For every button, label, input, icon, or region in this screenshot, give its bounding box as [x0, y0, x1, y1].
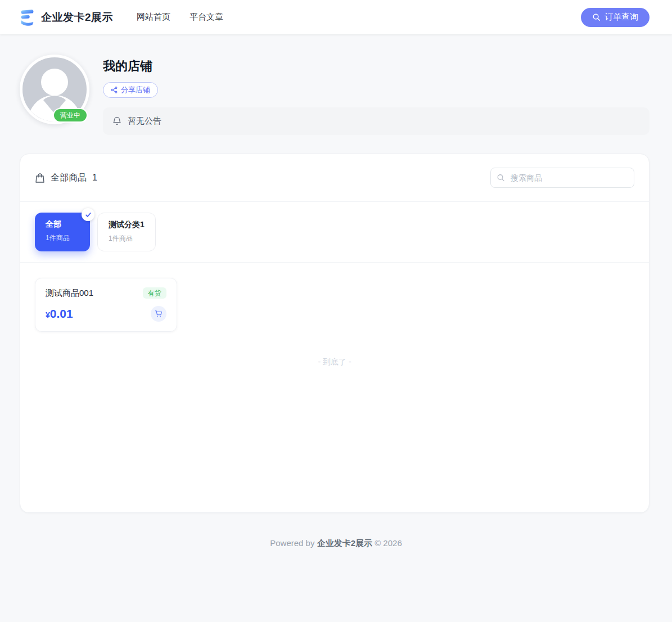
brand[interactable]: 企业发卡2展示 — [20, 8, 113, 26]
products-panel: 全部商品 1 全部 1件商品 测试分类1 1件商品 — [20, 154, 650, 513]
price-amount: 0.01 — [50, 307, 73, 320]
search-icon — [592, 13, 601, 21]
category-tab-all[interactable]: 全部 1件商品 — [35, 213, 90, 251]
search-icon — [497, 174, 505, 182]
nav-link-home[interactable]: 网站首页 — [137, 12, 170, 22]
category-name: 测试分类1 — [109, 220, 145, 230]
category-tab-test1[interactable]: 测试分类1 1件商品 — [97, 213, 156, 251]
brand-name: 企业发卡2展示 — [41, 10, 113, 25]
list-end-text: - 到底了 - — [35, 332, 634, 486]
footer-brand: 企业发卡2展示 — [317, 538, 372, 548]
shopping-bag-icon — [35, 173, 45, 183]
copyright-text: © 2026 — [372, 538, 402, 548]
currency-symbol: ¥ — [46, 310, 50, 319]
panel-title: 全部商品 — [51, 172, 87, 184]
products-panel-head: 全部商品 1 — [20, 154, 649, 201]
cart-icon — [155, 310, 163, 318]
panel-title-group: 全部商品 1 — [35, 172, 97, 184]
category-tabs: 全部 1件商品 测试分类1 1件商品 — [20, 202, 649, 262]
category-count: 1件商品 — [109, 234, 145, 244]
order-query-label: 订单查询 — [605, 12, 638, 22]
category-count: 1件商品 — [46, 233, 79, 243]
add-to-cart-button[interactable] — [151, 306, 166, 322]
shop-status-badge: 营业中 — [53, 108, 88, 123]
panel-count: 1 — [92, 173, 97, 183]
order-query-button[interactable]: 订单查询 — [581, 8, 650, 27]
check-icon — [82, 208, 94, 221]
shop-info: 我的店铺 分享店铺 暂无公告 — [103, 55, 650, 135]
category-name: 全部 — [46, 219, 79, 229]
shop-avatar-wrap: 营业中 — [20, 55, 89, 124]
search-box — [490, 168, 634, 188]
shop-title: 我的店铺 — [103, 58, 650, 75]
bell-icon — [112, 116, 121, 126]
shop-header: 营业中 我的店铺 分享店铺 暂无公告 — [0, 34, 672, 135]
shop-notice-bar: 暂无公告 — [103, 107, 650, 135]
top-navbar: 企业发卡2展示 网站首页 平台文章 订单查询 — [0, 0, 672, 34]
page-footer: Powered by 企业发卡2展示 © 2026 — [0, 513, 672, 622]
stock-badge: 有货 — [143, 287, 166, 299]
powered-by-prefix: Powered by — [270, 538, 317, 548]
products-area: 测试商品001 有货 ¥0.01 - 到底了 - — [20, 263, 649, 512]
nav-links: 网站首页 平台文章 — [137, 12, 223, 22]
product-price: ¥0.01 — [46, 307, 73, 321]
share-icon — [111, 87, 118, 93]
shop-notice-text: 暂无公告 — [128, 116, 161, 127]
share-shop-button[interactable]: 分享店铺 — [103, 82, 158, 98]
product-bottom-row: ¥0.01 — [46, 306, 166, 322]
product-search-input[interactable] — [490, 168, 634, 188]
brand-logo-icon — [20, 8, 35, 26]
product-name: 测试商品001 — [46, 288, 93, 299]
share-shop-label: 分享店铺 — [121, 85, 150, 95]
product-top-row: 测试商品001 有货 — [46, 287, 166, 299]
product-card[interactable]: 测试商品001 有货 ¥0.01 — [35, 278, 177, 332]
nav-link-articles[interactable]: 平台文章 — [190, 12, 223, 22]
